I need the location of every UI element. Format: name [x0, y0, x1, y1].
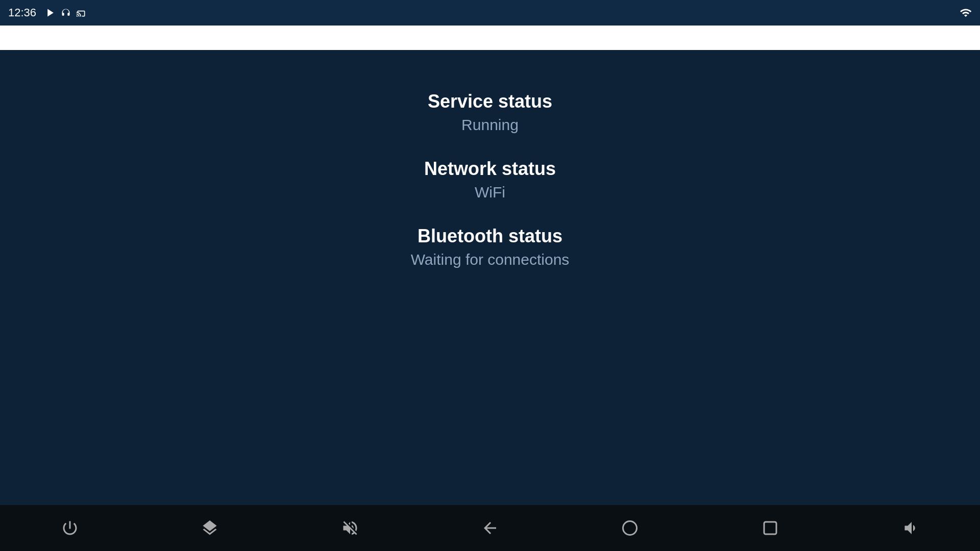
status-time: 12:36	[8, 6, 36, 19]
volume-mute-button[interactable]	[330, 513, 371, 543]
network-status-label: Network status	[424, 158, 556, 180]
nav-bar	[0, 505, 980, 551]
headset-icon	[61, 8, 71, 18]
status-bar-left: 12:36	[8, 6, 86, 19]
bluetooth-status-group: Bluetooth status Waiting for connections	[411, 226, 570, 268]
service-status-label: Service status	[428, 91, 552, 112]
white-bar	[0, 26, 980, 50]
network-status-value: WiFi	[475, 184, 505, 201]
bluetooth-status-label: Bluetooth status	[418, 226, 562, 247]
svg-point-1	[623, 521, 637, 535]
home-button[interactable]	[609, 513, 650, 543]
play-icon	[45, 8, 56, 18]
volume-down-button[interactable]	[890, 513, 930, 543]
bluetooth-status-value: Waiting for connections	[411, 251, 570, 268]
recents-button[interactable]	[750, 513, 791, 543]
layers-button[interactable]	[189, 513, 230, 543]
svg-rect-2	[764, 522, 776, 534]
service-status-group: Service status Running	[428, 91, 552, 134]
network-status-group: Network status WiFi	[424, 158, 556, 201]
service-status-value: Running	[461, 116, 519, 134]
cast-icon	[76, 8, 86, 18]
status-bar-right	[960, 7, 972, 19]
svg-marker-0	[47, 9, 54, 17]
status-bar: 12:36	[0, 0, 980, 26]
wifi-icon	[960, 7, 972, 19]
main-content: Service status Running Network status Wi…	[0, 50, 980, 505]
power-button[interactable]	[50, 513, 90, 543]
back-button[interactable]	[470, 513, 510, 543]
